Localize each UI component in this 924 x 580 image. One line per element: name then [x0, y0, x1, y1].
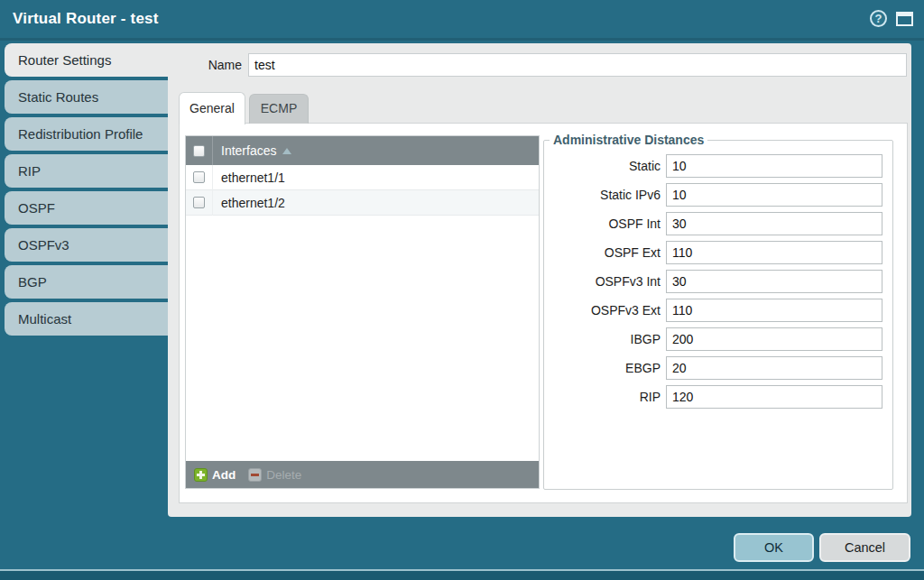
sidebar-item-label: OSPFv3	[18, 237, 69, 253]
interface-name: ethernet1/1	[213, 170, 285, 185]
row-checkbox[interactable]	[193, 197, 205, 208]
sidebar-item-label: Multicast	[18, 311, 71, 327]
sidebar-item-ospfv3[interactable]: OSPFv3	[5, 228, 168, 262]
field-row-static-ipv6: Static IPv6	[544, 183, 892, 207]
sidebar-item-router-settings[interactable]: Router Settings	[5, 43, 168, 77]
interface-name: ethernet1/2	[213, 196, 285, 210]
field-row-ospfv3-int: OSPFv3 Int	[544, 270, 892, 293]
static-input[interactable]	[666, 154, 882, 178]
sidebar-item-label: OSPF	[18, 200, 55, 216]
ibgp-input[interactable]	[666, 327, 882, 351]
dialog-titlebar: Virtual Router - test ?	[0, 0, 924, 41]
sidebar-item-bgp[interactable]: BGP	[5, 265, 168, 299]
dialog-bottom-strip	[0, 571, 924, 580]
sidebar-item-label: Router Settings	[18, 52, 111, 68]
field-label: Static IPv6	[544, 188, 666, 202]
field-row-ospf-int: OSPF Int	[544, 212, 892, 235]
rip-input[interactable]	[666, 385, 882, 409]
table-row-ethernet1-1[interactable]: ethernet1/1	[186, 165, 539, 190]
field-row-rip: RIP	[544, 385, 892, 409]
add-button-label: Add	[212, 468, 236, 482]
interfaces-table-body: ethernet1/1ethernet1/2	[186, 165, 539, 461]
field-row-ibgp: IBGP	[544, 327, 892, 351]
ospf-int-input[interactable]	[666, 212, 882, 235]
cancel-button[interactable]: Cancel	[819, 533, 910, 562]
help-icon[interactable]: ?	[870, 10, 887, 27]
content-area: Name GeneralECMP Interfaces ethernet1/1e…	[168, 43, 911, 517]
plus-icon	[194, 468, 208, 482]
administrative-distances-legend: Administrative Distances	[550, 133, 707, 147]
sidebar-item-label: Static Routes	[18, 89, 98, 105]
field-row-ospf-ext: OSPF Ext	[544, 241, 892, 264]
field-label: Static	[544, 159, 666, 173]
tab-ecmp[interactable]: ECMP	[249, 94, 309, 124]
titlebar-icons: ?	[870, 10, 913, 27]
field-label: IBGP	[544, 332, 666, 346]
ebgp-input[interactable]	[666, 356, 882, 380]
field-label: OSPFv3 Ext	[544, 303, 666, 318]
dialog-title: Virtual Router - test	[0, 10, 159, 28]
field-label: EBGP	[544, 361, 666, 375]
field-row-ebgp: EBGP	[544, 356, 892, 380]
add-button[interactable]: Add	[194, 468, 236, 482]
name-label: Name	[168, 53, 242, 77]
administrative-distances-group: Administrative Distances StaticStatic IP…	[543, 133, 893, 490]
static-ipv6-input[interactable]	[666, 183, 882, 207]
sort-ascending-icon	[282, 148, 291, 154]
sidebar-item-ospf[interactable]: OSPF	[5, 191, 168, 225]
administrative-distances-fields: StaticStatic IPv6OSPF IntOSPF ExtOSPFv3 …	[544, 147, 892, 409]
ospfv3-int-input[interactable]	[666, 270, 882, 293]
name-input[interactable]	[248, 53, 907, 77]
ospf-ext-input[interactable]	[666, 241, 882, 264]
field-row-ospfv3-ext: OSPFv3 Ext	[544, 299, 892, 322]
sidebar-item-static-routes[interactable]: Static Routes	[5, 80, 168, 114]
sidebar-item-label: RIP	[18, 163, 41, 179]
select-all-checkbox[interactable]	[193, 145, 205, 157]
ok-button[interactable]: OK	[734, 533, 814, 562]
sidebar-item-redistribution-profile[interactable]: Redistribution Profile	[5, 117, 168, 151]
sidebar-item-rip[interactable]: RIP	[5, 154, 168, 188]
delete-button[interactable]: Delete	[248, 468, 301, 482]
sidebar-item-multicast[interactable]: Multicast	[5, 302, 168, 336]
sidebar-item-label: BGP	[18, 274, 47, 290]
ospfv3-ext-input[interactable]	[666, 299, 882, 322]
interfaces-table: Interfaces ethernet1/1ethernet1/2 Add De…	[185, 135, 540, 489]
interfaces-column-header[interactable]: Interfaces	[186, 136, 539, 165]
minus-icon	[248, 468, 262, 482]
row-checkbox-cell	[186, 190, 213, 216]
interfaces-header-label: Interfaces	[213, 143, 276, 158]
field-label: OSPFv3 Int	[544, 274, 666, 289]
tab-general[interactable]: General	[179, 92, 245, 124]
field-row-static: Static	[544, 154, 892, 178]
table-row-ethernet1-2[interactable]: ethernet1/2	[186, 190, 539, 216]
sidebar-item-label: Redistribution Profile	[18, 126, 143, 142]
field-label: RIP	[544, 390, 666, 404]
row-checkbox-cell	[186, 165, 213, 190]
name-row: Name	[168, 53, 911, 77]
general-tab-panel: Interfaces ethernet1/1ethernet1/2 Add De…	[179, 123, 908, 503]
delete-button-label: Delete	[266, 468, 301, 482]
window-resize-icon[interactable]	[896, 12, 913, 26]
row-checkbox[interactable]	[193, 171, 205, 183]
field-label: OSPF Ext	[544, 245, 666, 260]
field-label: OSPF Int	[544, 216, 666, 231]
virtual-router-dialog: Virtual Router - test ? Router SettingsS…	[0, 0, 924, 580]
select-all-cell	[186, 136, 213, 165]
interfaces-toolbar: Add Delete	[186, 461, 539, 488]
